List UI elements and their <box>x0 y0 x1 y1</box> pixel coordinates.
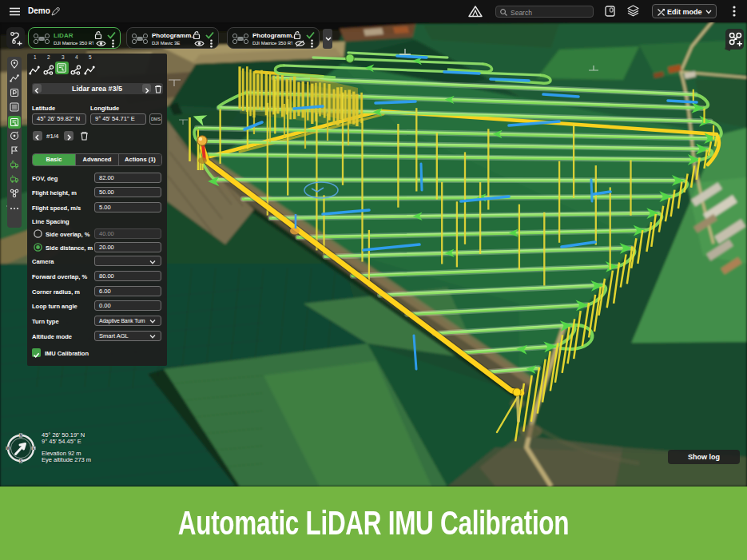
svg-text:E: E <box>32 447 34 451</box>
svg-text:N: N <box>19 434 22 438</box>
svg-text:P: P <box>12 160 14 164</box>
svg-text:S: S <box>19 459 22 463</box>
